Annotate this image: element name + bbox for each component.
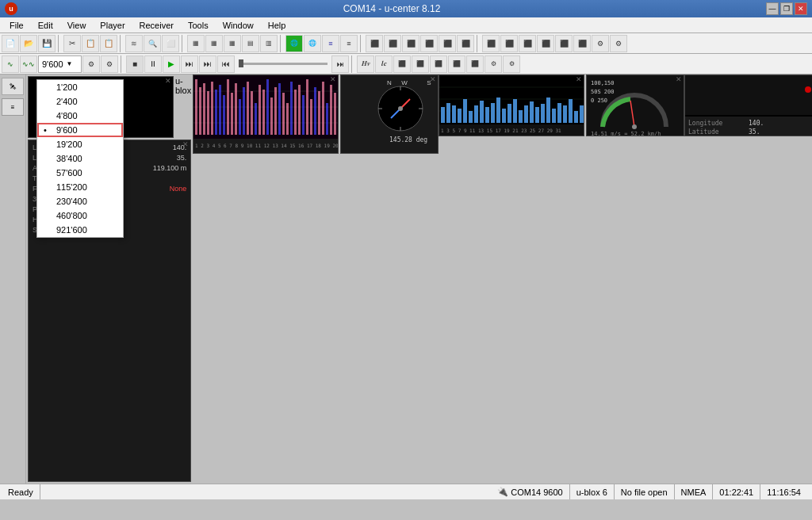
tb-btn-10[interactable]: ▥ [260,35,278,52]
open-button[interactable]: 📂 [20,35,37,52]
tb2-r-5[interactable]: ⬛ [430,55,447,73]
copy-button[interactable]: 📋 [82,35,99,52]
svg-rect-33 [282,93,285,135]
tb-btn-15[interactable]: ⬛ [366,35,383,52]
speed-close[interactable]: ✕ [576,76,582,83]
new-button[interactable]: 📄 [2,35,19,52]
wave2-btn[interactable]: ∿∿ [20,55,37,73]
tb2-r-9[interactable]: ⚙ [503,55,520,73]
slider-thumb[interactable] [239,59,243,67]
signal-wave-btn[interactable]: ∿ [2,55,19,73]
tb2-r-8[interactable]: ⚙ [485,55,502,73]
gps-panel-close[interactable]: ✕ [165,78,171,85]
tb-btn-27[interactable]: ⚙ [592,35,609,52]
baud-38400[interactable]: 38'400 [37,151,123,166]
tb-btn-11[interactable]: 🌐 [285,35,303,52]
menu-tools[interactable]: Tools [182,19,215,32]
play-button[interactable]: ▶ [163,55,180,73]
signal-close[interactable]: ✕ [330,76,336,83]
tb-btn-3[interactable]: ≋ [125,35,143,52]
save-button[interactable]: 💾 [38,35,56,52]
status-protocol: NMEA [675,484,714,499]
baud-115200[interactable]: 115'200 [37,180,123,194]
tb-btn-13[interactable]: ≡ [322,35,339,52]
restore-button[interactable]: ❐ [780,2,793,15]
stop-button[interactable]: ■ [126,55,144,73]
ff-button[interactable]: ⏭ [181,55,198,73]
tb-btn-16[interactable]: ⬛ [384,35,401,52]
tb2-btn-2[interactable]: ⚙ [101,55,118,73]
tb-btn-25[interactable]: ⬛ [555,35,573,52]
tb-btn-28[interactable]: ⚙ [610,35,627,52]
fff-button[interactable]: ⏭ [199,55,216,73]
status-time1: 01:22:41 [713,484,760,499]
baud-230400[interactable]: 230'400 [37,194,123,208]
svg-rect-17 [219,85,221,135]
sidebar-btn-1[interactable]: 🛰 [2,78,24,95]
tb-btn-6[interactable]: ▦ [187,35,205,52]
info-panel-close[interactable]: ✕ [182,141,189,148]
tb-btn-20[interactable]: ⬛ [457,35,474,52]
signal-bars-svg: // Rendered as static SVG rectangles [193,75,339,154]
baud-921600[interactable]: 921'600 [37,223,123,237]
tb2-btn-1[interactable]: ⚙ [82,55,100,73]
svg-text:W: W [401,79,408,86]
cut-button[interactable]: ✂ [63,35,81,52]
tb-btn-21[interactable]: ⬛ [482,35,500,52]
skip-end-button[interactable]: ⏭ [331,55,349,73]
baud-2400[interactable]: 2'400 [37,94,123,109]
svg-rect-89 [563,105,567,123]
svg-rect-43 [322,82,324,135]
baud-rate-dropdown[interactable]: 9'600 ▼ [38,55,82,73]
pause-button[interactable]: ⏸ [144,55,162,73]
tb2-r-7[interactable]: ⬛ [466,55,484,73]
menu-help[interactable]: Help [262,19,293,32]
tb-btn-19[interactable]: ⬛ [439,35,456,52]
tb-btn-22[interactable]: ⬛ [500,35,518,52]
sidebar-btn-2[interactable]: ≡ [2,98,24,116]
tb-btn-9[interactable]: ▤ [242,35,259,52]
position-panel: ✕ Longitude 140. Latitude 35. [684,75,812,136]
baud-9600[interactable]: 9'600 [37,123,123,137]
tb2-r-6[interactable]: ⬛ [448,55,465,73]
close-button[interactable]: ✕ [795,2,807,15]
svg-rect-79 [508,104,511,123]
rew-button[interactable]: ⏮ [217,55,235,73]
menu-player[interactable]: Player [94,19,131,32]
tb2-r-4[interactable]: ⬛ [412,55,429,73]
svg-rect-35 [290,82,293,135]
tb2-r-2[interactable]: 𝒍𝒄 [375,55,393,73]
compass-close[interactable]: ✕ [430,76,436,83]
svg-rect-88 [557,103,561,123]
tb-btn-5[interactable]: ⬜ [162,35,179,52]
tb-btn-26[interactable]: ⬛ [573,35,591,52]
svg-text:35.: 35. [749,128,760,136]
baud-460800[interactable]: 460'800 [37,208,123,223]
svg-rect-87 [552,109,556,123]
paste-button[interactable]: 📋 [100,35,117,52]
baud-57600[interactable]: 57'600 [37,166,123,180]
tb-btn-14[interactable]: ≡ [340,35,358,52]
tb-btn-4[interactable]: 🔍 [144,35,161,52]
baud-1200[interactable]: 1'200 [37,80,123,94]
tb2-r-1[interactable]: 𝑯𝒗 [357,55,374,73]
menu-edit[interactable]: Edit [32,19,59,32]
playback-slider[interactable] [239,63,327,65]
menu-view[interactable]: View [61,19,93,32]
menu-receiver[interactable]: Receiver [133,19,180,32]
speed-gauge-close[interactable]: ✕ [676,76,682,83]
tb2-r-3[interactable]: ⬛ [393,55,411,73]
tb-btn-24[interactable]: ⬛ [537,35,554,52]
baud-19200[interactable]: 19'200 [37,137,123,151]
menu-file[interactable]: File [3,19,30,32]
tb-btn-17[interactable]: ⬛ [402,35,419,52]
menu-window[interactable]: Window [216,19,260,32]
status-time2: 11:16:54 [760,484,807,499]
tb-btn-12[interactable]: 🌐 [304,35,321,52]
tb-btn-18[interactable]: ⬛ [420,35,438,52]
tb-btn-8[interactable]: ▦ [224,35,241,52]
baud-4800[interactable]: 4'800 [37,109,123,123]
tb-btn-23[interactable]: ⬛ [519,35,536,52]
minimize-button[interactable]: — [766,2,779,15]
tb-btn-7[interactable]: ▦ [205,35,223,52]
